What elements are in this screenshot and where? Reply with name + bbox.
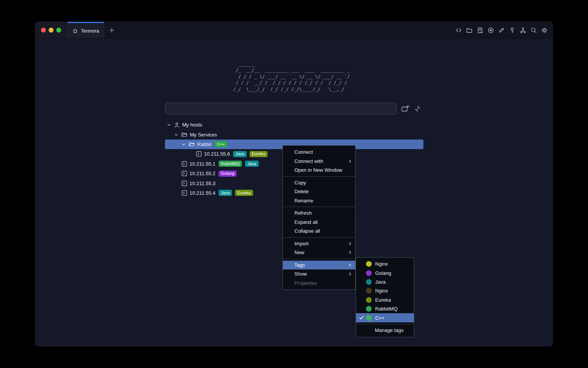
menu-item-label: Refresh (294, 210, 312, 216)
menu-item-label: New (294, 250, 304, 255)
tag-color-dot (366, 279, 372, 285)
tree-row-my-hosts[interactable]: My hosts (165, 120, 423, 130)
collapse-all-icon[interactable] (414, 105, 421, 112)
menu-item-refresh[interactable]: Refresh (283, 209, 355, 218)
tag-item-nginx-2[interactable]: Nginx (356, 286, 414, 295)
menu-item-label: Rename (294, 198, 313, 204)
tab-termora[interactable]: Termora (67, 22, 104, 38)
chevron-down-icon[interactable] (174, 132, 179, 137)
menu-item-collapse-all[interactable]: Collapse all (283, 227, 355, 236)
chevron-down-icon[interactable] (181, 142, 186, 147)
tree-label: Rabbit (197, 141, 212, 147)
submenu-arrow-icon (348, 159, 352, 163)
tree-label: 10.211.55.2 (189, 171, 216, 176)
tag-color-dot (366, 306, 372, 312)
menu-item-tags[interactable]: Tags (283, 261, 355, 270)
tag-item-cpp[interactable]: C++ (356, 313, 414, 322)
tree-label: 10.211.55.1 (189, 161, 216, 167)
menu-item-label: Open in New Window (294, 167, 342, 173)
menu-item-import[interactable]: Import (283, 239, 355, 248)
menu-item-new[interactable]: New (283, 248, 355, 257)
person-icon (174, 122, 180, 128)
tag-item-golang[interactable]: Golang (356, 268, 414, 277)
menu-item-properties: Properties (283, 279, 355, 288)
tag-badge: Golang (219, 171, 237, 177)
tag-color-dot (366, 297, 372, 303)
search-actions (401, 105, 421, 113)
menu-item-label: Show (294, 271, 307, 277)
menu-item-rename[interactable]: Rename (283, 196, 355, 205)
tree-row-my-services[interactable]: My Services (165, 130, 423, 139)
tree-label: 10.211.55.3 (189, 181, 216, 186)
tag-item-nginx[interactable]: Nginx (356, 260, 414, 268)
new-tab-button[interactable] (104, 22, 119, 38)
menu-separator (283, 237, 355, 238)
tag-item-java[interactable]: Java (356, 278, 414, 286)
menu-item-show[interactable]: Show (283, 269, 355, 279)
tag-item-label: Nginx (375, 288, 388, 294)
tab-label: Termora (81, 28, 99, 34)
folder-open-icon (188, 141, 195, 147)
menu-item-label: Copy (294, 180, 306, 186)
tab-bar: Termora (35, 22, 553, 39)
tree-label: 10.211.55.4 (189, 190, 216, 196)
menu-separator (283, 259, 355, 259)
folder-icon[interactable] (466, 27, 473, 34)
tag-badge: Eureka (250, 151, 268, 157)
menu-separator (283, 207, 355, 207)
submenu-arrow-icon (348, 263, 352, 267)
zoom-window-button[interactable] (56, 28, 61, 33)
search-icon[interactable] (530, 27, 537, 34)
tag-badge: Java (219, 190, 232, 196)
tag-item-eureka[interactable]: Eureka (356, 296, 414, 304)
window-controls (35, 22, 67, 38)
tag-item-label: RabbitMQ (375, 306, 398, 312)
menu-item-label: Expand all (294, 219, 318, 225)
tag-badge: C++ (215, 141, 227, 147)
add-host-icon[interactable] (401, 105, 409, 113)
menu-item-copy[interactable]: Copy (283, 178, 355, 187)
menu-item-label: Manage tags (375, 327, 403, 333)
tree-label: 10.211.55.6 (204, 151, 230, 157)
menu-item-label: Tags (294, 262, 305, 268)
toolbar (455, 22, 553, 38)
record-icon[interactable] (487, 27, 494, 34)
keychain-icon[interactable] (519, 27, 526, 34)
menu-item-connect-with[interactable]: Connect with (283, 157, 355, 166)
menu-item-manage-tags[interactable]: Manage tags (356, 326, 414, 335)
tag-badge: Java (233, 151, 247, 157)
terminal-icon (181, 171, 187, 176)
menu-item-label: Import (294, 241, 309, 246)
menu-item-label: Connect with (294, 158, 323, 164)
menu-item-open-in-new-window[interactable]: Open in New Window (283, 166, 355, 175)
menu-item-delete[interactable]: Delete (283, 187, 355, 196)
host-search-row (165, 103, 421, 115)
submenu-arrow-icon (348, 272, 352, 276)
tag-badge: RabbitMQ (219, 161, 242, 167)
host-search-input[interactable] (165, 103, 397, 115)
tags-submenu: Nginx Golang Java Nginx Eureka (356, 257, 414, 337)
settings-gear-icon[interactable] (541, 27, 548, 34)
tag-item-label: Nginx (375, 261, 388, 267)
close-window-button[interactable] (41, 28, 46, 33)
menu-item-label: Properties (294, 280, 317, 286)
tree-label: My Services (190, 132, 217, 138)
key-icon[interactable] (509, 27, 516, 34)
tag-item-rabbitmq[interactable]: RabbitMQ (356, 304, 414, 313)
menu-separator (356, 324, 414, 324)
menu-item-expand-all[interactable]: Expand all (283, 218, 355, 227)
submenu-arrow-icon (348, 250, 352, 255)
terminal-icon (181, 161, 187, 167)
edit-icon[interactable] (498, 27, 505, 34)
menu-item-label: Collapse all (294, 228, 320, 234)
minimize-window-button[interactable] (49, 28, 54, 33)
menu-item-connect[interactable]: Connect (283, 148, 355, 157)
log-icon[interactable] (477, 27, 483, 34)
tag-item-label: Golang (375, 270, 391, 276)
code-icon[interactable] (455, 27, 462, 34)
tag-color-dot (366, 261, 372, 267)
chevron-down-icon[interactable] (167, 122, 172, 127)
tag-item-label: Java (375, 279, 385, 285)
tag-badge: Java (245, 161, 258, 167)
terminal-icon (181, 181, 187, 186)
